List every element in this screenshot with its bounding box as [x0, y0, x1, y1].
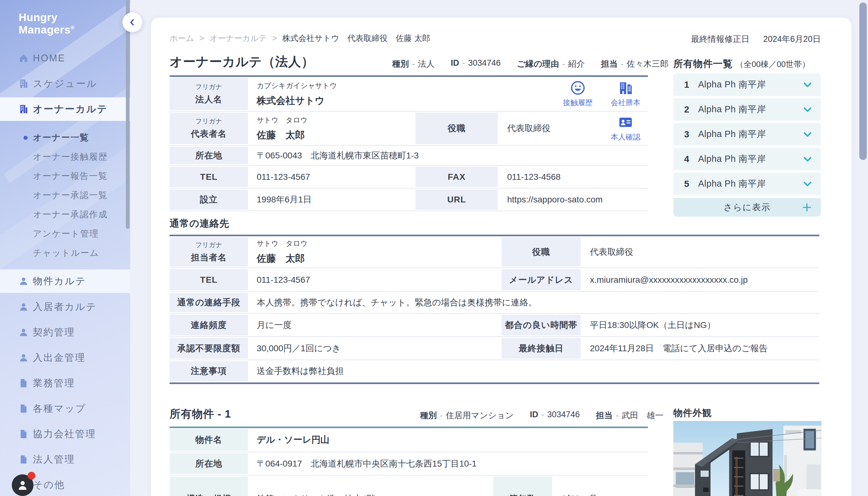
- sidebar-item-home[interactable]: HOME: [0, 46, 130, 70]
- property-list: 1 Alpha Ph 南平岸 2 Alpha Ph 南平岸 3 Alpha Ph…: [673, 74, 821, 217]
- sidebar-item-operations-management[interactable]: 業務管理: [0, 371, 130, 395]
- last-modified-label: 最終情報修正日: [691, 33, 749, 45]
- row-label: 承認不要限度額: [170, 337, 248, 360]
- row-value: 011-123-4567: [248, 268, 501, 291]
- row-value-2: 011-123-4568: [498, 166, 648, 188]
- table-row-address: 所在地 〒065-0043 北海道札幌市東区苗穂町1-3: [170, 146, 648, 166]
- show-more-button[interactable]: さらに表示: [673, 198, 821, 217]
- row-value: デル・ソーレ円山: [248, 428, 648, 452]
- table-row-contact-frequency: 連絡頻度 月に一度 都合の良い時間帯 平日18:30以降OK（土日はNG）: [170, 314, 819, 337]
- row-label: TEL: [170, 166, 248, 188]
- sidebar-item-tenant-karte[interactable]: 入居者カルテ: [0, 295, 130, 319]
- breadcrumb-section[interactable]: オーナーカルテ: [210, 33, 267, 43]
- row-label: 注意事項: [170, 360, 248, 382]
- row-label-2: 役職: [501, 236, 580, 267]
- contact-history-link[interactable]: 接触履歴: [563, 81, 593, 108]
- table-row-approval-limit: 承認不要限度額 30,000円／1回につき 最終接触日 2024年11月28日 …: [170, 337, 819, 360]
- person-icon: [19, 327, 29, 337]
- row-value: 1998年6月1日: [248, 188, 415, 211]
- document-icon: [19, 404, 29, 414]
- page-title: オーナーカルテ（法人）: [170, 53, 314, 71]
- property-list-item[interactable]: 2 Alpha Ph 南平岸: [673, 98, 821, 121]
- table-row-property-address: 所在地 〒064-0917 北海道札幌市中央区南十七条西15丁目10-1: [170, 452, 648, 476]
- sidebar-collapse-button[interactable]: [122, 12, 142, 32]
- row-label: フリガナ 代表者名: [170, 112, 248, 145]
- row-label: 物件名: [170, 428, 248, 452]
- chevron-down-icon: [802, 104, 813, 115]
- sidebar-item-schedule[interactable]: スケジュール: [0, 72, 130, 95]
- row-value-2: 3年0ヶ月: [552, 476, 648, 496]
- sidebar-subitem-survey-management[interactable]: アンケート管理: [0, 224, 130, 243]
- breadcrumb: ホーム > オーナーカルテ > 株式会社サトウ 代表取締役 佐藤 太郎: [170, 33, 430, 44]
- breadcrumb-current: 株式会社サトウ 代表取締役 佐藤 太郎: [282, 33, 430, 43]
- row-label: 設立: [170, 188, 248, 211]
- sidebar-item-owner-karte[interactable]: オーナーカルテ: [0, 97, 130, 121]
- main-scrollbar[interactable]: [859, 2, 867, 160]
- property-list-heading: 所有物件一覧 （全00棟／00世帯）: [673, 57, 810, 71]
- sidebar-item-contract-management[interactable]: 契約管理: [0, 321, 130, 344]
- row-value: カブシキガイシャサトウ 株式会社サトウ 接触履歴 会社謄本: [248, 77, 648, 111]
- sidebar-scrollbar[interactable]: [126, 0, 129, 229]
- row-value: 011-123-4567: [248, 166, 415, 188]
- row-label: 所在地: [170, 146, 248, 165]
- chevron-down-icon: [802, 129, 813, 140]
- user-avatar[interactable]: [12, 474, 33, 496]
- property-info-table: 物件名 デル・ソーレ円山 所在地 〒064-0917 北海道札幌市中央区南十七条…: [170, 427, 648, 496]
- row-value: 〒065-0043 北海道札幌市東区苗穂町1-3: [248, 146, 648, 165]
- property-list-item[interactable]: 1 Alpha Ph 南平岸: [673, 74, 821, 96]
- breadcrumb-home[interactable]: ホーム: [170, 33, 194, 43]
- document-icon: [19, 429, 29, 439]
- chevron-down-icon: [802, 79, 813, 90]
- row-value: 30,000円／1回につき: [248, 337, 501, 360]
- sidebar-item-payment-management[interactable]: 入出金管理: [0, 346, 130, 370]
- row-label: 所在地: [170, 452, 248, 475]
- property-list-item[interactable]: 4 Alpha Ph 南平岸: [673, 148, 821, 170]
- sidebar-subitem-owner-report-list[interactable]: オーナー報告一覧: [0, 167, 130, 186]
- sidebar-item-bukken-karte[interactable]: 物件カルテ: [0, 269, 130, 293]
- property-exterior-photo: [673, 421, 822, 496]
- sidebar-item-maps[interactable]: 各種マップ: [0, 397, 130, 420]
- row-value-2: x.miuramiura@xxxxxxxxxxxxxxxxxx.co.jp: [580, 268, 819, 291]
- row-label: 通常の連絡手段: [170, 292, 248, 313]
- table-row-property-structure: 構造・規模 鉄筋コンクリート造 地上4階 築年数 3年0ヶ月: [170, 476, 648, 496]
- building-icon: [19, 79, 29, 89]
- sidebar-subitem-chat-room[interactable]: チャットルーム: [0, 243, 130, 263]
- sidebar: Hungry Managers® HOME スケジュール オーナーカルテ オーナ: [0, 0, 130, 496]
- contact-section-heading: 通常の連絡先: [170, 217, 229, 230]
- row-value-2: 2024年11月28日 電話にて入居申込のご報告: [580, 337, 819, 360]
- person-icon: [19, 353, 29, 363]
- sidebar-item-partner-company-management[interactable]: 協力会社管理: [0, 422, 130, 446]
- chevron-left-icon: [128, 18, 136, 26]
- property-meta-row: 種別-住居用マンション ID-3034746 担当-武田 雄一: [420, 410, 663, 421]
- sidebar-subitem-owner-approval-list[interactable]: オーナー承認一覧: [0, 186, 130, 205]
- property-list-item[interactable]: 3 Alpha Ph 南平岸: [673, 123, 821, 145]
- app-window: Hungry Managers® HOME スケジュール オーナーカルテ オーナ: [0, 0, 868, 496]
- row-label-2: 最終接触日: [501, 337, 580, 360]
- contact-info-table: フリガナ 担当者名 サトウ タロウ 佐藤 太郎 役職 代表取締役 TEL 011…: [170, 235, 819, 384]
- identity-verification-link[interactable]: 本人確認: [611, 115, 640, 142]
- row-value: 鉄筋コンクリート造 地上4階: [248, 476, 493, 496]
- company-document-icon: [618, 81, 633, 95]
- person-icon: [19, 302, 29, 312]
- smile-icon: [570, 81, 585, 95]
- table-row-contact-tel-mail: TEL 011-123-4567 メールアドレス x.miuramiura@xx…: [170, 268, 819, 292]
- table-row-contact-method: 通常の連絡手段 本人携帯。携帯でなければ、チャット。緊急の場合は奥様携帯に連絡。: [170, 292, 819, 314]
- corporate-certificate-link[interactable]: 会社謄本: [611, 81, 640, 108]
- row-label: フリガナ 法人名: [170, 77, 248, 111]
- sidebar-subitem-owner-list[interactable]: オーナー一覧: [0, 128, 130, 147]
- sidebar-subitem-owner-contact-history[interactable]: オーナー接触履歴: [0, 147, 130, 167]
- row-label-2: FAX: [415, 166, 498, 188]
- property-list-item[interactable]: 5 Alpha Ph 南平岸: [673, 173, 821, 195]
- row-label: 構造・規模: [170, 476, 248, 496]
- sidebar-item-corporate-management[interactable]: 法人管理: [0, 448, 130, 471]
- app-logo: Hungry Managers®: [19, 11, 74, 36]
- table-row-notes: 注意事項 送金手数料は弊社負担: [170, 360, 819, 383]
- row-value: サトウ タロウ 佐藤 太郎: [248, 236, 501, 267]
- row-value: 月に一度: [248, 314, 501, 336]
- id-card-icon: [618, 115, 633, 130]
- home-icon: [19, 53, 29, 63]
- row-label-2: 役職: [415, 112, 498, 145]
- sidebar-subitem-owner-approval-create[interactable]: オーナー承認作成: [0, 205, 130, 224]
- row-value: サトウ タロウ 佐藤 太郎: [248, 112, 415, 145]
- building-icon: [19, 104, 29, 114]
